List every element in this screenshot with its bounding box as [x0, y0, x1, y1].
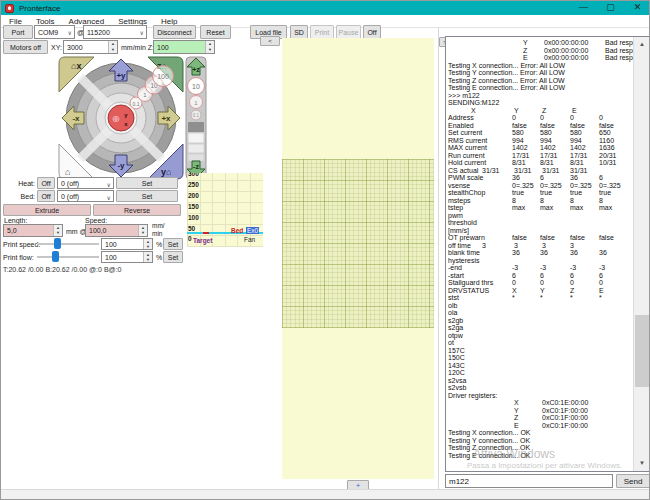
bed-off-button[interactable]: Off	[37, 190, 55, 202]
home-y-label: y⌂	[161, 167, 171, 177]
disconnect-button[interactable]: Disconnect	[153, 25, 196, 39]
spinner-arrows-icon[interactable]: ▲▼	[53, 225, 62, 236]
log-line: Z0xC0:1F:00:00	[448, 414, 631, 422]
z-speed-value: 100	[157, 44, 169, 51]
log-line: Z0x00:00:00:00Bad response!	[448, 47, 631, 55]
print-flow-stepper[interactable]: 100▲▼	[101, 251, 153, 263]
z-bar-segment[interactable]	[188, 154, 204, 161]
extrude-length-stepper[interactable]: 5,0▲▼	[3, 224, 63, 237]
spinner-arrows-icon[interactable]: ▲▼	[143, 239, 152, 249]
log-line: OT prewarnfalsefalsefalsefalse	[448, 234, 631, 242]
print-speed-slider[interactable]	[37, 238, 99, 249]
log-line: Address0000	[448, 114, 631, 122]
log-line: 143C	[448, 362, 631, 370]
extrude-speed-value: 100,0	[89, 227, 107, 234]
log-line: blank time36363636	[448, 249, 631, 257]
z-bar-segment[interactable]	[188, 133, 204, 143]
log-line: XYZE	[448, 107, 631, 115]
print-speed-label: Print speed:	[3, 241, 40, 248]
close-icon[interactable]: ✕	[624, 1, 650, 15]
log-scrollbar[interactable]: ▲ ▼	[633, 37, 649, 471]
reverse-button[interactable]: Reverse	[93, 204, 181, 216]
log-line: s2vsa	[448, 377, 631, 385]
extrude-button[interactable]: Extrude	[3, 204, 91, 216]
spinner-arrows-icon[interactable]: ▲▼	[205, 41, 214, 53]
z-bar-segment[interactable]	[188, 122, 204, 132]
panel-divider	[438, 28, 439, 489]
log-line: stealthChoptruetruetruetrue	[448, 189, 631, 197]
temp-status: T:20.62 /0.00 B:20.62 /0.00 @:0 B@:0	[3, 266, 122, 273]
log-line: MAX current1402140214021636	[448, 144, 631, 152]
speed-label: Speed:	[85, 217, 107, 224]
gcode-command-input[interactable]	[445, 474, 613, 488]
print-flow-value: 100	[105, 254, 117, 261]
chevron-down-icon: ∨	[68, 29, 72, 36]
xy-speed-stepper[interactable]: 3000▲▼	[63, 40, 118, 54]
extrude-speed-stepper[interactable]: 100,0▲▼	[85, 224, 148, 237]
log-line: 157C	[448, 347, 631, 355]
print-flow-set-button[interactable]: Set	[163, 251, 183, 263]
log-line: s2vsb	[448, 384, 631, 392]
scroll-down-icon[interactable]: ▼	[634, 456, 650, 471]
print-speed-set-button[interactable]: Set	[163, 238, 183, 250]
heat-preset-value: 0 (off)	[61, 180, 79, 187]
log-line: stst****	[448, 294, 631, 302]
app-icon	[5, 4, 14, 13]
log-line: threshold	[448, 219, 631, 227]
print-flow-slider[interactable]	[37, 251, 99, 262]
xy-speed-value: 3000	[67, 44, 83, 51]
print-speed-value: 100	[105, 241, 117, 248]
chevron-down-icon: ∨	[107, 181, 111, 188]
z-step-01-text: 0.1	[193, 113, 200, 118]
reset-button[interactable]: Reset	[200, 25, 231, 39]
log-line: tstepmaxmaxmaxmax	[448, 204, 631, 212]
send-button[interactable]: Send	[616, 474, 650, 488]
print-speed-stepper[interactable]: 100▲▼	[101, 238, 153, 250]
gcode-viewer-canvas[interactable]	[282, 38, 434, 479]
maximize-icon[interactable]: ▢	[597, 1, 624, 15]
viewer-prev-button[interactable]: <	[260, 36, 280, 46]
mm-at-label: mm @	[66, 228, 87, 235]
log-line: Hold current8/318/318/3110/31	[448, 159, 631, 167]
bed-preset-select[interactable]: 0 (off)∨	[57, 190, 114, 202]
plus-y-label: +y	[116, 71, 126, 80]
heat-off-button[interactable]: Off	[37, 177, 55, 189]
length-label: Length:	[4, 217, 27, 224]
spinner-arrows-icon[interactable]: ▲▼	[143, 252, 152, 262]
minimize-icon[interactable]: —	[570, 1, 597, 15]
spinner-arrows-icon[interactable]: ▲▼	[138, 225, 147, 236]
center-dot-icon: ◎	[113, 114, 120, 123]
log-line: Run current17/3117/3117/3120/31	[448, 152, 631, 160]
slider-track	[37, 243, 99, 245]
bed-temp-mark	[203, 232, 209, 234]
y-tick: 150	[188, 203, 199, 210]
off-button[interactable]: Off	[363, 25, 381, 39]
motors-off-button[interactable]: Motors off	[3, 40, 48, 54]
y-tick: 300	[188, 173, 199, 177]
bed-set-button[interactable]: Set	[116, 190, 178, 202]
log-line: X0xC0:1E:00:00	[448, 399, 631, 407]
heat-set-button[interactable]: Set	[116, 177, 178, 189]
baud-select[interactable]: 115200∨	[83, 25, 147, 39]
log-line: Set current580580580650	[448, 129, 631, 137]
port-select[interactable]: COM9∨	[34, 25, 75, 39]
slider-thumb[interactable]	[52, 251, 59, 262]
status-bar	[1, 489, 650, 500]
log-line: msteps8888	[448, 197, 631, 205]
scrollbar-thumb[interactable]	[635, 315, 649, 387]
log-output: Y0x00:00:00:00Bad response!Z0x00:00:00:0…	[448, 39, 631, 471]
heat-preset-select[interactable]: 0 (off)∨	[57, 177, 114, 189]
print-button: Print	[310, 25, 334, 39]
log-line: s2ga	[448, 324, 631, 332]
temperature-graph: 300 250 200 150 100 50 0 Bed Ex0 Fan Tar…	[187, 173, 263, 247]
z-speed-stepper[interactable]: 100▲▼	[153, 40, 215, 54]
slider-thumb[interactable]	[54, 238, 61, 249]
sd-button[interactable]: SD	[290, 25, 308, 39]
percent-label: %	[156, 254, 162, 261]
spinner-arrows-icon[interactable]: ▲▼	[108, 41, 117, 53]
log-line: ot	[448, 339, 631, 347]
scroll-up-icon[interactable]: ▲	[634, 37, 650, 52]
port-button[interactable]: Port	[3, 25, 33, 39]
z-bar-segment[interactable]	[188, 144, 204, 153]
log-line: Testing Y connection... OK	[448, 437, 631, 445]
